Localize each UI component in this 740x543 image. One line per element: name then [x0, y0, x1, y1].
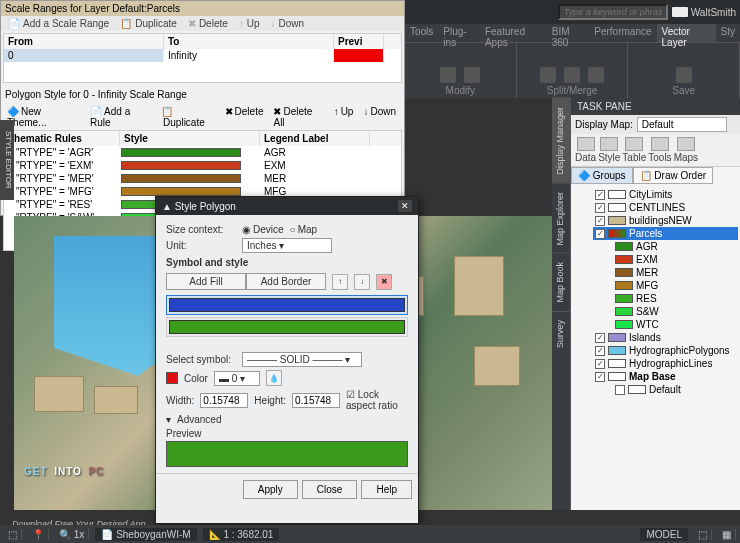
dialog-titlebar[interactable]: ▲ Style Polygon ✕	[156, 197, 418, 215]
ribbon-icon[interactable]	[564, 67, 580, 83]
scale-from-value[interactable]: 0	[4, 49, 164, 62]
theme-row[interactable]: "RTYPE" = 'EXM'EXM	[4, 159, 401, 172]
layer-item[interactable]: ✓CENTLINES	[593, 201, 738, 214]
color-swatch[interactable]	[166, 372, 178, 384]
unit-select[interactable]: Inches ▾	[242, 238, 332, 253]
layer-checkbox[interactable]: ✓	[595, 229, 605, 239]
scale-to-value[interactable]: Infinity	[164, 49, 334, 62]
layer-item[interactable]: EXM	[613, 253, 738, 266]
layer-item[interactable]: AGR	[613, 240, 738, 253]
device-radio[interactable]: ◉ Device	[242, 224, 284, 235]
ribbon-tab[interactable]: Sty	[716, 24, 740, 42]
layer-checkbox[interactable]: ✓	[595, 203, 605, 213]
ribbon-tab[interactable]: Tools	[405, 24, 438, 42]
theme-row[interactable]: "RTYPE" = 'AGR'AGR	[4, 146, 401, 159]
sb-model[interactable]: MODEL	[640, 528, 688, 541]
layer-checkbox[interactable]: ✓	[595, 333, 605, 343]
duplicate-button[interactable]: 📋Duplicate	[117, 17, 183, 30]
close-button[interactable]: Close	[302, 480, 358, 499]
delete-all-button[interactable]: ✖Delete All	[271, 105, 327, 129]
layer-item[interactable]: MFG	[613, 279, 738, 292]
width-input[interactable]	[200, 393, 248, 408]
layer-item[interactable]: ✓Map Base	[593, 370, 738, 383]
layer-item[interactable]: ✓Parcels	[593, 227, 738, 240]
sb-zoom[interactable]: 🔍 1x	[55, 529, 89, 540]
close-icon[interactable]: ✕	[398, 200, 412, 212]
ribbon-tab[interactable]: Performance	[589, 24, 656, 42]
layer-item[interactable]: ✓buildingsNEW	[593, 214, 738, 227]
layer-item[interactable]: WTC	[613, 318, 738, 331]
down-icon[interactable]: ↓	[354, 274, 370, 290]
draw-order-tab[interactable]: 📋 Draw Order	[633, 167, 713, 184]
duplicate-button[interactable]: 📋Duplicate	[159, 105, 219, 129]
transparency-select[interactable]: ▬ 0 ▾	[214, 371, 260, 386]
ribbon-icon[interactable]	[464, 67, 480, 83]
vtab-display-manager[interactable]: Display Manager	[552, 98, 570, 183]
up-icon[interactable]: ↑	[332, 274, 348, 290]
apply-button[interactable]: Apply	[243, 480, 298, 499]
layer-item[interactable]: ✓CityLimits	[593, 188, 738, 201]
layer-item[interactable]: ✓Islands	[593, 331, 738, 344]
layer-item[interactable]: S&W	[613, 305, 738, 318]
layer-item[interactable]: MER	[613, 266, 738, 279]
layer-checkbox[interactable]: ✓	[595, 372, 605, 382]
sb-scale[interactable]: 📐 1 : 3682.01	[203, 528, 280, 541]
scale-row[interactable]: 0 Infinity	[4, 49, 401, 62]
ribbon-tab[interactable]: Plug-ins	[438, 24, 480, 42]
groups-tab[interactable]: 🔷 Groups	[571, 167, 633, 184]
layer-item[interactable]: ✓HydrographicLines	[593, 357, 738, 370]
fill-swatch-2[interactable]	[166, 317, 408, 337]
ribbon-tab[interactable]: Featured Apps	[480, 24, 547, 42]
delete-icon[interactable]: ✖	[376, 274, 392, 290]
vtab-survey[interactable]: Survey	[552, 311, 570, 356]
ribbon-icon[interactable]	[440, 67, 456, 83]
ribbon-icon[interactable]	[676, 67, 692, 83]
map-radio[interactable]: ○ Map	[290, 224, 318, 235]
fill-swatch-1[interactable]	[166, 295, 408, 315]
layer-checkbox[interactable]	[615, 385, 625, 395]
delete-button[interactable]: ✖Delete	[223, 105, 268, 129]
lock-aspect-checkbox[interactable]: ☑ Lock aspect ratio	[346, 389, 408, 411]
search-input[interactable]	[558, 4, 668, 20]
layer-item[interactable]: ✓HydrographicPolygons	[593, 344, 738, 357]
layer-checkbox[interactable]: ✓	[595, 216, 605, 226]
layer-checkbox[interactable]: ✓	[595, 359, 605, 369]
ribbon-tab-active[interactable]: Vector Layer	[657, 24, 716, 42]
up-button[interactable]: ↑Up	[332, 105, 358, 129]
height-input[interactable]	[292, 393, 340, 408]
add-rule-button[interactable]: 📄Add a Rule	[88, 105, 155, 129]
table-icon[interactable]: Table	[622, 137, 646, 163]
sb-icon[interactable]: ⬚	[4, 529, 22, 540]
new-theme-button[interactable]: 🔷New Theme...	[5, 105, 84, 129]
maps-icon[interactable]: Maps	[674, 137, 698, 163]
vtab-map-explorer[interactable]: Map Explorer	[552, 183, 570, 254]
help-button[interactable]: Help	[361, 480, 412, 499]
layer-checkbox[interactable]: ✓	[595, 346, 605, 356]
layer-item[interactable]: RES	[613, 292, 738, 305]
style-icon[interactable]: Style	[598, 137, 620, 163]
ribbon-tab[interactable]: BIM 360	[547, 24, 590, 42]
ribbon-icon[interactable]	[540, 67, 556, 83]
polygon-style-title: Polygon Style for 0 - Infinity Scale Ran…	[1, 85, 404, 104]
symbol-select[interactable]: ——— SOLID ——— ▾	[242, 352, 362, 367]
sb-icon[interactable]: ⬚	[694, 529, 712, 540]
sb-icon[interactable]: 📍	[28, 529, 49, 540]
style-editor-tab[interactable]: STYLE EDITOR	[0, 120, 14, 200]
display-map-select[interactable]: Default	[637, 117, 727, 132]
add-scale-range[interactable]: 📄Add a Scale Range	[5, 17, 115, 30]
sb-icon[interactable]: ▦	[718, 529, 736, 540]
ribbon-icon[interactable]	[588, 67, 604, 83]
dropper-icon[interactable]: 💧	[266, 370, 282, 386]
sb-file[interactable]: 📄 SheboyganWI-M	[95, 528, 196, 541]
layer-checkbox[interactable]: ✓	[595, 190, 605, 200]
tools-icon[interactable]: Tools	[648, 137, 671, 163]
advanced-disclosure[interactable]: ▾ Advanced	[166, 414, 408, 425]
down-button[interactable]: ↓Down	[361, 105, 400, 129]
data-icon[interactable]: Data	[575, 137, 596, 163]
user-badge[interactable]: WaltSmith	[672, 7, 736, 18]
add-border-button[interactable]: Add Border	[246, 273, 326, 290]
theme-row[interactable]: "RTYPE" = 'MER'MER	[4, 172, 401, 185]
layer-item[interactable]: Default	[613, 383, 738, 396]
add-fill-button[interactable]: Add Fill	[166, 273, 246, 290]
vtab-map-book[interactable]: Map Book	[552, 253, 570, 311]
